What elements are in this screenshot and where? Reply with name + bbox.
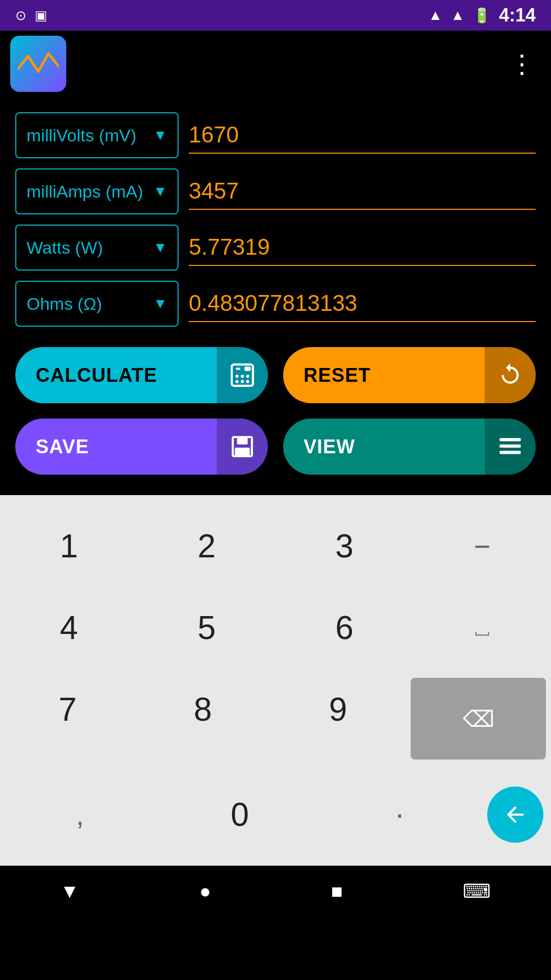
svg-rect-11 xyxy=(235,448,249,456)
view-button[interactable]: VIEW xyxy=(283,419,536,475)
key-6[interactable]: 6 xyxy=(276,587,413,669)
svg-rect-10 xyxy=(237,437,248,445)
app-logo xyxy=(10,36,66,92)
voltage-unit-label: milliVolts (mV) xyxy=(27,126,136,145)
svg-rect-13 xyxy=(499,445,521,448)
time-display: 4:14 xyxy=(499,5,536,26)
save-icon-box xyxy=(217,419,268,475)
current-row: milliAmps (mA) ▼ xyxy=(15,168,536,214)
key-3[interactable]: 3 xyxy=(276,505,413,587)
key-4[interactable]: 4 xyxy=(0,587,138,669)
back-button[interactable]: ▼ xyxy=(40,875,100,908)
current-dropdown-arrow: ▼ xyxy=(153,183,167,200)
main-content: milliVolts (mV) ▼ milliAmps (mA) ▼ Watts… xyxy=(0,97,551,495)
wifi-icon: ▲ xyxy=(429,7,443,23)
key-enter[interactable] xyxy=(487,787,543,843)
svg-rect-12 xyxy=(499,438,521,441)
key-minus[interactable]: − xyxy=(413,505,551,587)
app-bar: ⋮ xyxy=(0,31,551,97)
button-row-1: CALCULATE RESET xyxy=(15,347,536,403)
power-unit-label: Watts (W) xyxy=(27,238,103,258)
recents-button[interactable]: ■ xyxy=(311,875,363,908)
enter-icon xyxy=(503,802,528,827)
keyboard: 1 2 3 − 4 5 6 ⎵ 7 8 9 ⌫ , 0 . xyxy=(0,495,551,866)
calculate-button[interactable]: CALCULATE xyxy=(15,347,268,403)
resistance-value-input[interactable] xyxy=(189,285,536,322)
resistance-unit-label: Ohms (Ω) xyxy=(27,294,102,314)
power-unit-select[interactable]: Watts (W) ▼ xyxy=(15,225,179,271)
calculator-icon xyxy=(230,362,255,388)
sd-icon: ▣ xyxy=(35,8,47,23)
keyboard-button[interactable]: ⌨ xyxy=(442,875,511,908)
voltage-dropdown-arrow: ▼ xyxy=(153,127,167,143)
nav-bar: ▼ ● ■ ⌨ xyxy=(0,866,551,917)
svg-rect-2 xyxy=(244,366,251,371)
refresh-icon xyxy=(497,362,523,388)
battery-icon: 🔋 xyxy=(473,7,491,24)
button-row-2: SAVE VIEW xyxy=(15,419,536,475)
svg-point-4 xyxy=(241,375,244,378)
svg-rect-14 xyxy=(499,451,521,454)
signal-icon: ▲ xyxy=(450,7,465,23)
resistance-row: Ohms (Ω) ▼ xyxy=(15,281,536,327)
view-icon-box xyxy=(485,419,536,475)
current-unit-label: milliAmps (mA) xyxy=(27,182,143,202)
calculate-icon-box xyxy=(217,347,268,403)
keyboard-row-3: 7 8 9 ⌫ xyxy=(0,669,551,769)
key-space[interactable]: ⎵ xyxy=(413,587,551,669)
key-0[interactable]: 0 xyxy=(160,774,319,855)
status-bar: ⊙ ▣ ▲ ▲ 🔋 4:14 xyxy=(0,0,551,31)
status-bar-left: ⊙ ▣ xyxy=(15,8,47,23)
svg-point-3 xyxy=(235,375,238,378)
save-icon xyxy=(230,434,255,459)
status-bar-right: ▲ ▲ 🔋 4:14 xyxy=(429,5,536,26)
reset-icon-box xyxy=(485,347,536,403)
power-dropdown-arrow: ▼ xyxy=(153,239,167,256)
key-8[interactable]: 8 xyxy=(135,669,270,750)
keyboard-row-4: , 0 . xyxy=(0,769,551,861)
key-backspace[interactable]: ⌫ xyxy=(411,678,546,760)
key-7[interactable]: 7 xyxy=(0,669,135,750)
button-section: CALCULATE RESET xyxy=(15,347,536,475)
key-5[interactable]: 5 xyxy=(138,587,276,669)
current-value-input[interactable] xyxy=(189,173,536,210)
key-9[interactable]: 9 xyxy=(270,669,406,750)
key-comma[interactable]: , xyxy=(0,774,160,855)
list-icon xyxy=(497,434,523,459)
home-button[interactable]: ● xyxy=(179,875,232,908)
keyboard-row-2: 4 5 6 ⎵ xyxy=(0,587,551,669)
key-dot[interactable]: . xyxy=(320,774,480,855)
current-unit-select[interactable]: milliAmps (mA) ▼ xyxy=(15,168,179,214)
keyboard-row-1: 1 2 3 − xyxy=(0,505,551,587)
voltage-row: milliVolts (mV) ▼ xyxy=(15,112,536,158)
resistance-dropdown-arrow: ▼ xyxy=(153,296,167,312)
key-1[interactable]: 1 xyxy=(0,505,138,587)
sim-icon: ⊙ xyxy=(15,8,27,23)
save-button[interactable]: SAVE xyxy=(15,419,268,475)
key-2[interactable]: 2 xyxy=(138,505,276,587)
svg-point-6 xyxy=(235,380,238,383)
voltage-unit-select[interactable]: milliVolts (mV) ▼ xyxy=(15,112,179,158)
svg-point-7 xyxy=(241,380,244,383)
power-row: Watts (W) ▼ xyxy=(15,225,536,271)
voltage-value-input[interactable] xyxy=(189,117,536,154)
more-vert-icon[interactable]: ⋮ xyxy=(504,44,541,84)
power-value-input[interactable] xyxy=(189,229,536,266)
reset-button[interactable]: RESET xyxy=(283,347,536,403)
resistance-unit-select[interactable]: Ohms (Ω) ▼ xyxy=(15,281,179,327)
svg-point-8 xyxy=(246,380,249,383)
svg-point-5 xyxy=(246,375,249,378)
